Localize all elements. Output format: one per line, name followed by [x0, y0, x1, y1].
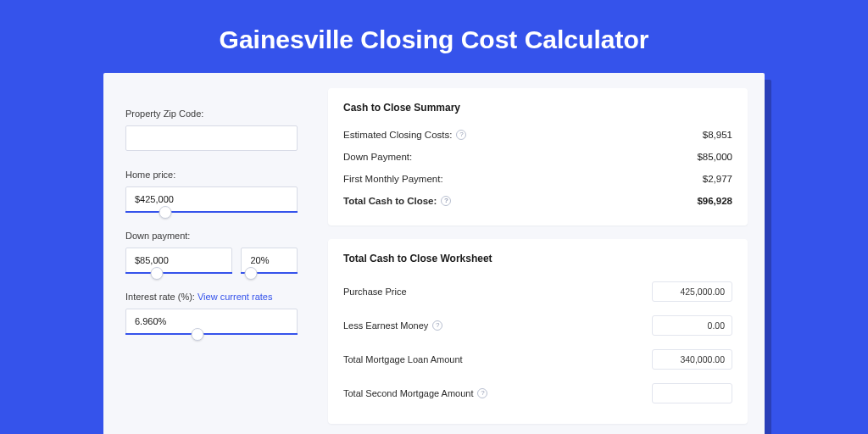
home-price-field: Home price: — [125, 170, 298, 212]
summary-row-value: $2,977 — [703, 174, 732, 184]
down-payment-label: Down payment: — [125, 231, 298, 241]
calculator-app: Property Zip Code: Home price: Down paym… — [103, 73, 765, 434]
worksheet-row-input[interactable] — [652, 383, 732, 403]
home-price-label: Home price: — [125, 170, 298, 180]
worksheet-row-label-text: Less Earnest Money — [343, 320, 428, 331]
summary-card: Cash to Close Summary Estimated Closing … — [328, 88, 748, 225]
interest-rate-label: Interest rate (%): View current rates — [125, 292, 298, 302]
view-rates-link[interactable]: View current rates — [198, 292, 272, 302]
worksheet-row-label: Less Earnest Money? — [343, 320, 442, 331]
down-payment-amount-input[interactable] — [125, 248, 232, 273]
worksheet-row-label-text: Purchase Price — [343, 287, 407, 297]
home-price-slider — [125, 186, 298, 212]
summary-row-label: Down Payment: — [343, 152, 412, 162]
down-payment-pct-slider — [241, 248, 298, 273]
worksheet-rows: Purchase PriceLess Earnest Money?Total M… — [343, 275, 732, 410]
summary-row-value: $85,000 — [697, 152, 732, 162]
worksheet-row-input[interactable] — [652, 349, 732, 370]
summary-rows: Estimated Closing Costs:?$8,951Down Paym… — [343, 124, 732, 212]
worksheet-row-label-text: Total Mortgage Loan Amount — [343, 354, 463, 364]
summary-row-label-text: Down Payment: — [343, 152, 412, 162]
summary-row-label: Total Cash to Close:? — [343, 196, 451, 206]
worksheet-card: Total Cash to Close Worksheet Purchase P… — [328, 239, 748, 424]
main-panel: Cash to Close Summary Estimated Closing … — [320, 73, 765, 434]
app-shell: Property Zip Code: Home price: Down paym… — [103, 73, 765, 434]
down-payment-amount-thumb[interactable] — [150, 267, 163, 280]
summary-heading: Cash to Close Summary — [343, 102, 732, 114]
summary-row: Down Payment:$85,000 — [343, 146, 732, 168]
worksheet-row-input[interactable] — [652, 281, 732, 302]
help-icon[interactable]: ? — [432, 320, 442, 331]
summary-row-label-text: Total Cash to Close: — [343, 196, 437, 206]
summary-row-value: $96,928 — [697, 196, 732, 206]
zip-field: Property Zip Code: — [125, 108, 298, 151]
interest-rate-field: Interest rate (%): View current rates — [125, 292, 298, 334]
down-payment-field: Down payment: — [125, 231, 298, 273]
summary-row-label-text: First Monthly Payment: — [343, 174, 443, 184]
home-price-track[interactable] — [125, 211, 298, 213]
zip-label: Property Zip Code: — [125, 108, 298, 119]
summary-row-label: First Monthly Payment: — [343, 174, 443, 184]
worksheet-row: Less Earnest Money? — [343, 309, 732, 342]
interest-rate-track[interactable] — [125, 333, 298, 335]
worksheet-row-label: Purchase Price — [343, 287, 407, 297]
interest-rate-input[interactable] — [125, 309, 298, 334]
worksheet-row: Total Mortgage Loan Amount — [343, 342, 732, 376]
summary-row-value: $8,951 — [703, 130, 732, 140]
interest-rate-slider — [125, 309, 298, 334]
down-payment-amount-slider — [125, 248, 232, 273]
home-price-thumb[interactable] — [159, 206, 171, 219]
interest-rate-label-text: Interest rate (%): — [125, 292, 198, 302]
help-icon[interactable]: ? — [456, 130, 466, 140]
summary-row: First Monthly Payment:$2,977 — [343, 168, 732, 190]
page-title: Gainesville Closing Cost Calculator — [0, 0, 868, 73]
summary-row: Estimated Closing Costs:?$8,951 — [343, 124, 732, 146]
worksheet-row-label: Total Second Mortgage Amount? — [343, 388, 487, 398]
summary-row-label: Estimated Closing Costs:? — [343, 130, 466, 140]
summary-row-label-text: Estimated Closing Costs: — [343, 130, 452, 140]
worksheet-row-input[interactable] — [652, 315, 732, 336]
interest-rate-thumb[interactable] — [192, 328, 204, 341]
summary-row: Total Cash to Close:?$96,928 — [343, 190, 732, 212]
help-icon[interactable]: ? — [477, 388, 487, 398]
down-payment-pct-thumb[interactable] — [245, 267, 258, 280]
down-payment-amount-track[interactable] — [125, 272, 232, 274]
worksheet-row: Total Second Mortgage Amount? — [343, 376, 732, 410]
worksheet-row: Purchase Price — [343, 275, 732, 309]
sidebar: Property Zip Code: Home price: Down paym… — [103, 73, 320, 434]
worksheet-row-label-text: Total Second Mortgage Amount — [343, 388, 473, 398]
worksheet-heading: Total Cash to Close Worksheet — [343, 253, 732, 264]
zip-input[interactable] — [125, 125, 298, 151]
home-price-input[interactable] — [125, 186, 298, 212]
worksheet-row-label: Total Mortgage Loan Amount — [343, 354, 463, 364]
help-icon[interactable]: ? — [441, 196, 451, 206]
